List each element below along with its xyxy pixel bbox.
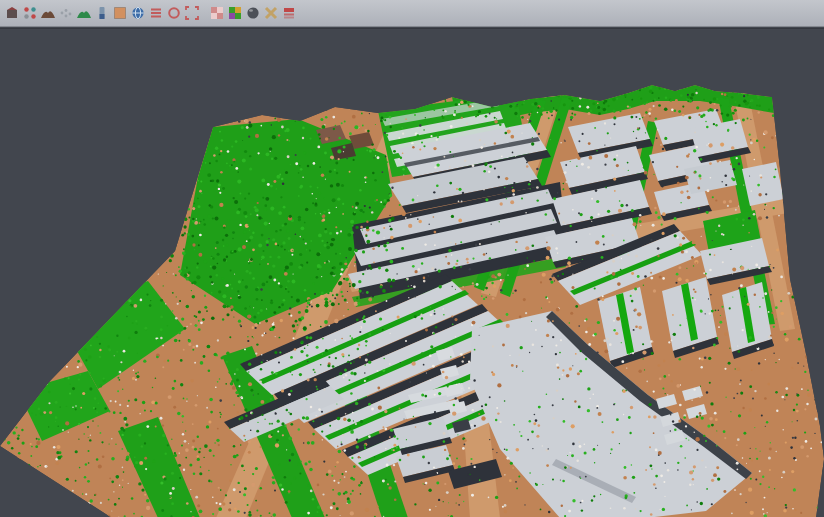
grid-pink-icon[interactable] [209, 5, 225, 21]
measure-icon[interactable] [263, 5, 279, 21]
profile-icon[interactable] [94, 5, 110, 21]
viewport-3d[interactable] [0, 28, 824, 517]
toolbar [0, 0, 824, 27]
selection-icon[interactable] [184, 5, 200, 21]
layers-red-icon[interactable] [281, 5, 297, 21]
classification-colors-icon[interactable] [227, 5, 243, 21]
classify-points-icon[interactable] [22, 5, 38, 21]
terrain-green-icon[interactable] [76, 5, 92, 21]
orange-layer-icon[interactable] [112, 5, 128, 21]
open-project-icon[interactable] [4, 5, 20, 21]
point-cloud-canvas[interactable] [0, 29, 824, 517]
sphere-icon[interactable] [245, 5, 261, 21]
globe-icon[interactable] [130, 5, 146, 21]
terrain-brown-icon[interactable] [40, 5, 56, 21]
points-icon[interactable] [58, 5, 74, 21]
list-red-icon[interactable] [148, 5, 164, 21]
application-window [0, 0, 824, 517]
target-icon[interactable] [166, 5, 182, 21]
